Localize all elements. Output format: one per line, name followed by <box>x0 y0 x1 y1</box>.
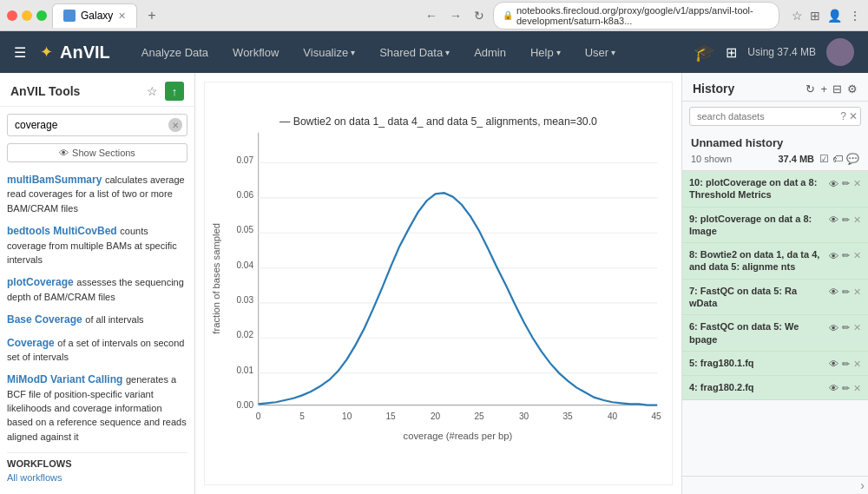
refresh-button[interactable]: ↻ <box>470 7 488 24</box>
tab-title: Galaxy <box>81 10 113 22</box>
nav-analyze-data[interactable]: Analyze Data <box>131 39 219 66</box>
close-item-10-icon[interactable]: ✕ <box>853 178 861 189</box>
tool-item-multibamsummary[interactable]: multiBamSummary calculates average read … <box>7 173 187 215</box>
tool-item-basecoverage[interactable]: Base Coverage of all intervals <box>7 313 187 326</box>
bookmark-icon[interactable]: ☆ <box>792 9 803 23</box>
address-text: notebooks.firecloud.org/proxy/google/v1/… <box>516 5 770 26</box>
tool-item-mimodd[interactable]: MiModD Variant Calling generates a BCF f… <box>7 372 187 444</box>
history-item-6-content: 6: FastQC on data 5: We bpage <box>689 320 825 346</box>
profile-icon[interactable]: 👤 <box>827 9 842 23</box>
history-item-4-actions: 👁 ✏ ✕ <box>829 383 861 394</box>
settings-history-icon[interactable]: ⚙ <box>847 82 858 96</box>
svg-text:40: 40 <box>608 412 618 421</box>
eye-item-8-icon[interactable]: 👁 <box>829 251 838 261</box>
tool-name-mimodd[interactable]: MiModD Variant Calling <box>7 373 122 385</box>
tag-icon[interactable]: 🏷 <box>832 153 843 165</box>
comment-icon[interactable]: 💬 <box>846 153 859 165</box>
nav-shared-data[interactable]: Shared Data ▾ <box>369 39 460 66</box>
add-history-icon[interactable]: + <box>820 82 827 96</box>
close-item-8-icon[interactable]: ✕ <box>853 250 861 261</box>
maximize-window-dot[interactable] <box>36 10 47 21</box>
scroll-right-icon[interactable]: › <box>860 478 865 492</box>
minimize-window-dot[interactable] <box>22 10 32 21</box>
svg-text:30: 30 <box>519 412 529 421</box>
search-input[interactable] <box>7 114 187 136</box>
hamburger-icon[interactable]: ☰ <box>14 44 26 61</box>
menu-icon[interactable]: ⋮ <box>849 9 861 23</box>
star-icon[interactable]: ☆ <box>147 84 158 98</box>
edit-item-8-icon[interactable]: ✏ <box>842 250 850 261</box>
nav-visualize[interactable]: Visualize ▾ <box>293 39 365 66</box>
check-all-icon[interactable]: ☑ <box>819 153 829 165</box>
eye-item-9-icon[interactable]: 👁 <box>829 214 838 225</box>
eye-item-6-icon[interactable]: 👁 <box>829 323 838 333</box>
svg-text:15: 15 <box>385 412 396 421</box>
eye-icon: 👁 <box>59 148 69 158</box>
clear-search-icon[interactable]: ✕ <box>849 110 858 122</box>
close-item-4-icon[interactable]: ✕ <box>853 383 861 394</box>
svg-text:0.02: 0.02 <box>236 330 253 339</box>
tool-name-bedtools[interactable]: bedtools MultiCovBed <box>7 225 117 237</box>
close-item-5-icon[interactable]: ✕ <box>853 359 861 370</box>
tool-item-plotcoverage[interactable]: plotCoverage assesses the sequencing dep… <box>7 275 187 304</box>
eye-item-5-icon[interactable]: 👁 <box>829 359 838 369</box>
history-search: ? ✕ <box>689 107 861 126</box>
tool-name-plotcoverage[interactable]: plotCoverage <box>7 276 74 288</box>
close-item-6-icon[interactable]: ✕ <box>853 322 861 333</box>
eye-item-4-icon[interactable]: 👁 <box>829 383 838 393</box>
nav-workflow[interactable]: Workflow <box>222 39 289 66</box>
active-tab[interactable]: Galaxy ✕ <box>52 3 137 28</box>
back-button[interactable]: ← <box>422 7 441 24</box>
sidebar-title: AnVIL Tools <box>10 84 80 98</box>
history-header: History ↻ + ⊟ ⚙ <box>682 73 868 102</box>
show-sections-button[interactable]: 👁 Show Sections <box>7 143 187 162</box>
help-search-icon[interactable]: ? <box>840 110 846 122</box>
navbar-links: Analyze Data Workflow Visualize ▾ Shared… <box>131 39 694 66</box>
edit-item-4-icon[interactable]: ✏ <box>842 383 850 394</box>
tab-close-icon[interactable]: ✕ <box>118 10 126 22</box>
nav-help[interactable]: Help ▾ <box>520 39 571 66</box>
tool-item-coverage[interactable]: Coverage of a set of intervals on second… <box>7 336 187 365</box>
history-size: 37.4 MB <box>778 154 814 164</box>
history-item-10: 10: plotCoverage on dat a 8: Threshold M… <box>682 171 868 207</box>
refresh-history-icon[interactable]: ↻ <box>806 82 815 96</box>
using-text: Using 37.4 MB <box>747 46 816 58</box>
eye-item-10-icon[interactable]: 👁 <box>829 179 838 189</box>
browser-bar: Galaxy ✕ + ← → ↻ 🔒 notebooks.firecloud.o… <box>0 0 868 31</box>
edit-item-6-icon[interactable]: ✏ <box>842 322 850 333</box>
tool-item-bedtools[interactable]: bedtools MultiCovBed counts coverage fro… <box>7 224 187 267</box>
tool-name-coverage[interactable]: Coverage <box>7 337 55 349</box>
edit-item-5-icon[interactable]: ✏ <box>842 359 850 370</box>
close-item-7-icon[interactable]: ✕ <box>853 287 861 298</box>
search-clear-button[interactable]: ✕ <box>168 118 182 132</box>
new-tab-button[interactable]: + <box>142 6 161 25</box>
address-bar[interactable]: 🔒 notebooks.firecloud.org/proxy/google/v… <box>493 2 779 30</box>
history-search-input[interactable] <box>689 107 861 126</box>
history-item-5-actions: 👁 ✏ ✕ <box>829 359 861 370</box>
svg-text:0.05: 0.05 <box>236 225 253 234</box>
columns-history-icon[interactable]: ⊟ <box>832 82 842 96</box>
extensions-icon[interactable]: ⊞ <box>810 9 820 23</box>
upload-button[interactable]: ↑ <box>165 82 184 101</box>
edit-item-10-icon[interactable]: ✏ <box>842 178 850 189</box>
user-avatar[interactable] <box>826 38 854 66</box>
nav-shared-data-label: Shared Data <box>379 46 443 59</box>
search-box: ✕ <box>7 114 187 136</box>
history-item-10-content: 10: plotCoverage on dat a 8: Threshold M… <box>689 176 825 201</box>
nav-user[interactable]: User ▾ <box>575 39 626 66</box>
tool-name-multibamsummary[interactable]: multiBamSummary <box>7 174 102 186</box>
eye-item-7-icon[interactable]: 👁 <box>829 287 838 297</box>
forward-button[interactable]: → <box>446 7 465 24</box>
all-workflows-link[interactable]: All workflows <box>7 471 187 484</box>
grid-icon[interactable]: ⊞ <box>726 44 737 61</box>
close-item-9-icon[interactable]: ✕ <box>853 214 861 226</box>
history-item-8: 8: Bowtie2 on data 1, da ta 4, and data … <box>682 243 868 280</box>
graduation-cap-icon[interactable]: 🎓 <box>694 42 715 63</box>
edit-item-7-icon[interactable]: ✏ <box>842 287 850 298</box>
history-item-9: 9: plotCoverage on dat a 8: Image 👁 ✏ ✕ <box>682 207 868 244</box>
close-window-dot[interactable] <box>7 10 17 21</box>
edit-item-9-icon[interactable]: ✏ <box>842 214 850 226</box>
tool-name-basecoverage[interactable]: Base Coverage <box>7 313 82 326</box>
nav-admin[interactable]: Admin <box>464 39 516 66</box>
history-item-8-content: 8: Bowtie2 on data 1, da ta 4, and data … <box>689 248 825 273</box>
